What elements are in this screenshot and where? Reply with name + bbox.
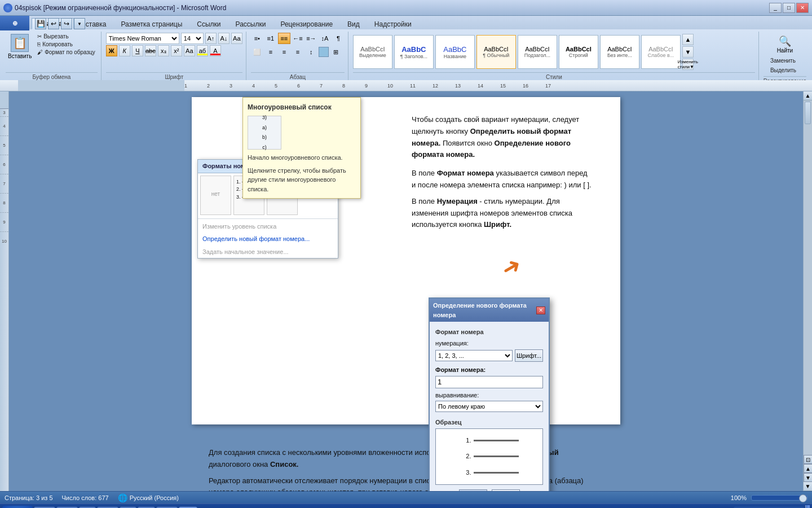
office-button[interactable]: ⊕ bbox=[0, 16, 29, 30]
tab-references[interactable]: Ссылки bbox=[189, 19, 228, 29]
scroll-next-page-btn[interactable]: ▼ bbox=[804, 473, 812, 482]
font-name-select[interactable]: Times New Roman bbox=[106, 33, 179, 44]
paragraph-label: Абзац bbox=[251, 72, 345, 80]
show-desktop-btn[interactable] bbox=[805, 505, 810, 509]
scroll-down-btn[interactable]: ▼ bbox=[804, 482, 812, 491]
start-button[interactable]: ⊞ bbox=[2, 506, 33, 509]
ok-button[interactable]: OK bbox=[459, 489, 487, 492]
style-label: Выделение bbox=[359, 52, 386, 58]
redo-quick-btn[interactable]: ↪ bbox=[61, 18, 72, 29]
font-clear-btn[interactable]: Аа bbox=[231, 33, 242, 44]
style-normal[interactable]: AaBbCcI ¶ Обычный bbox=[476, 35, 516, 69]
change-case-btn[interactable]: Аа bbox=[184, 45, 195, 56]
styles-down-btn[interactable]: ▼ bbox=[682, 46, 694, 58]
list-multi-btn[interactable]: ≡≡ bbox=[278, 33, 290, 44]
indent-decrease-btn[interactable]: ←≡ bbox=[292, 33, 304, 44]
style-preview: AaBbCcI bbox=[525, 46, 549, 52]
sort-btn[interactable]: ↕A bbox=[319, 33, 331, 44]
document-scroll-area[interactable]: Многоуровневый список 3)a)b)c) Начало мн… bbox=[9, 91, 803, 491]
style-strict[interactable]: AaBbCcI Строгий bbox=[559, 35, 598, 69]
editing-btns: 🔍 Найти Заменить Выделить bbox=[768, 32, 802, 76]
style-heading1[interactable]: AaBbС ¶ Заголов... bbox=[394, 35, 434, 69]
shading-btn[interactable] bbox=[319, 47, 329, 57]
style-vydelenie[interactable]: AaBbCcI Выделение bbox=[353, 35, 392, 69]
select-button[interactable]: Выделить bbox=[768, 67, 802, 74]
scroll-thumb[interactable] bbox=[805, 102, 811, 124]
dialog-close-btn[interactable]: ✕ bbox=[536, 306, 545, 314]
underline-button[interactable]: Ч bbox=[132, 45, 143, 56]
font-row1: Times New Roman 14 A↑ A↓ Аа bbox=[106, 32, 242, 45]
scroll-prev-page-btn[interactable]: ▲ bbox=[804, 464, 812, 473]
scroll-up-btn[interactable]: ▲ bbox=[804, 91, 812, 100]
strikethrough-btn[interactable]: аbc bbox=[145, 45, 156, 56]
list-number-btn[interactable]: ≡1 bbox=[264, 33, 277, 44]
list-bullet-btn[interactable]: ≡• bbox=[251, 33, 263, 44]
paste-button[interactable]: 📋 Вставить bbox=[6, 33, 34, 60]
tab-view[interactable]: Вид bbox=[340, 19, 367, 29]
style-label: Строгий bbox=[569, 52, 588, 58]
format-painter-button[interactable]: 🖌 Формат по образцу bbox=[35, 49, 97, 56]
preview-row3: 3. bbox=[460, 468, 519, 478]
styles-all-btn[interactable]: Изменить стили▼ bbox=[682, 59, 694, 70]
doc-para3: В поле Нумерация - стиль нумерации. Для … bbox=[412, 196, 592, 231]
find-label: Найти bbox=[777, 47, 793, 54]
tab-review[interactable]: Рецензирование bbox=[273, 19, 340, 29]
style-name[interactable]: AaBbС Название bbox=[435, 35, 475, 69]
cut-button[interactable]: ✂ Вырезать bbox=[35, 33, 97, 40]
font-color-btn[interactable]: А bbox=[210, 45, 221, 56]
indent-increase-btn[interactable]: ≡→ bbox=[305, 33, 317, 44]
style-no-interval[interactable]: AaBbCcI Без инте... bbox=[600, 35, 639, 69]
close-button[interactable]: ✕ bbox=[796, 3, 809, 13]
font-size-select[interactable]: 14 bbox=[181, 33, 204, 44]
zoom-slider[interactable] bbox=[751, 495, 807, 501]
dropdown-define-format[interactable]: Определить новый формат номера... bbox=[198, 233, 338, 246]
language-icon: 🌐 bbox=[118, 493, 127, 502]
font-btn[interactable]: Шрифт... bbox=[515, 349, 543, 362]
tab-page-layout[interactable]: Разметка страницы bbox=[113, 19, 189, 29]
line-spacing-btn[interactable]: ↕ bbox=[305, 46, 317, 58]
font-shrink-btn[interactable]: A↓ bbox=[218, 33, 230, 44]
align-justify-btn[interactable]: ≡ bbox=[292, 46, 304, 58]
save-quick-btn[interactable]: 💾 bbox=[35, 18, 46, 29]
find-button[interactable]: 🔍 Найти bbox=[768, 34, 802, 55]
style-subtitle[interactable]: AaBbCcI Подзагол... bbox=[518, 35, 557, 69]
align-select[interactable]: По левому краю bbox=[435, 401, 543, 412]
align-left-btn[interactable]: ⬜️ bbox=[251, 46, 263, 58]
subscript-btn[interactable]: x₂ bbox=[158, 45, 169, 56]
numbering-select[interactable]: 1, 2, 3, ... bbox=[435, 350, 513, 361]
undo-quick-btn[interactable]: ↩ bbox=[48, 18, 59, 29]
tooltip-preview: 3)a)b)c) bbox=[248, 116, 356, 150]
list-format-none[interactable]: нет bbox=[200, 176, 231, 215]
cancel-button[interactable]: Отмена bbox=[492, 489, 520, 492]
highlight-btn[interactable]: аб bbox=[197, 45, 208, 56]
copy-button[interactable]: ⎘ Копировать bbox=[35, 41, 97, 48]
find-icon: 🔍 bbox=[779, 35, 791, 47]
office-icon: ⊕ bbox=[12, 20, 17, 27]
styles-row: AaBbCcI Выделение AaBbС ¶ Заголов... AaB… bbox=[353, 32, 755, 72]
styles-nav: ▲ ▼ Изменить стили▼ bbox=[682, 34, 694, 70]
dialog-box: Определение нового формата номера ✕ Форм… bbox=[429, 297, 550, 491]
show-formatting-btn[interactable]: ¶ bbox=[332, 33, 345, 44]
font-grow-btn[interactable]: A↑ bbox=[205, 33, 217, 44]
styles-up-btn[interactable]: ▲ bbox=[682, 34, 694, 45]
italic-button[interactable]: К bbox=[119, 45, 130, 56]
scroll-options-btn[interactable]: ⊡ bbox=[804, 455, 812, 464]
borders-btn[interactable]: ⊞ bbox=[330, 46, 342, 58]
tab-addins[interactable]: Надстройки bbox=[367, 19, 419, 29]
replace-button[interactable]: Заменить bbox=[768, 57, 802, 64]
maximize-button[interactable]: □ bbox=[783, 3, 795, 13]
horizontal-ruler: 1 2 3 4 5 6 7 8 9 10 11 12 13 14 15 16 1… bbox=[0, 80, 812, 91]
align-center-btn[interactable]: ≡ bbox=[264, 46, 277, 58]
superscript-btn[interactable]: x² bbox=[171, 45, 182, 56]
style-preview: AaBbCcI bbox=[484, 46, 508, 52]
styles-group: AaBbCcI Выделение AaBbС ¶ Заголов... AaB… bbox=[350, 32, 759, 80]
number-format-input[interactable] bbox=[435, 376, 543, 388]
minimize-button[interactable]: _ bbox=[769, 3, 782, 13]
style-preview: AaBbCcI bbox=[360, 46, 385, 52]
qa-dropdown-btn[interactable]: ▼ bbox=[74, 18, 85, 29]
titlebar-left: 04spisok [Режим ограниченной функциональ… bbox=[3, 3, 226, 12]
align-right-btn[interactable]: ≡ bbox=[278, 46, 290, 58]
tab-mailings[interactable]: Рассылки bbox=[228, 19, 273, 29]
bold-button[interactable]: Ж bbox=[106, 45, 117, 56]
style-weak[interactable]: AaBbCcI Слабое в... bbox=[641, 35, 681, 69]
